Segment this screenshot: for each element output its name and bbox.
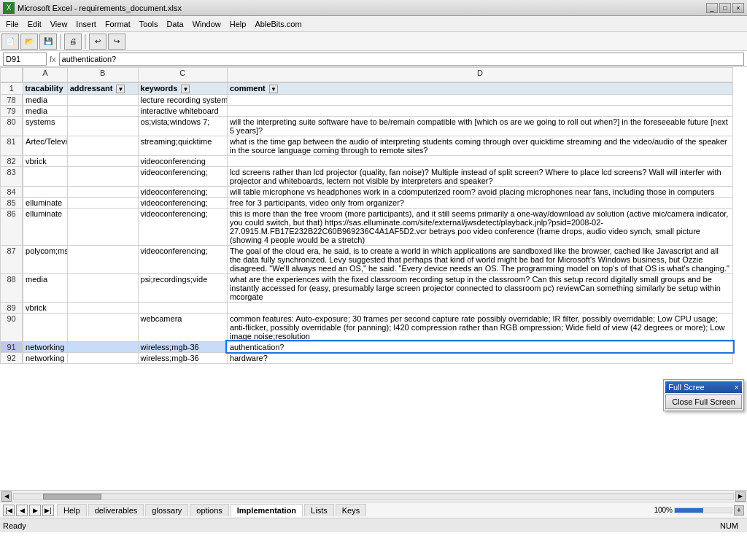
cell-88-d[interactable]: what are the experiences with the fixed … — [227, 273, 732, 302]
col-header-a[interactable]: A — [23, 68, 67, 82]
cell-83-b[interactable] — [67, 166, 138, 186]
cell-78-d[interactable] — [227, 94, 732, 105]
cell-84-a[interactable] — [23, 186, 67, 197]
sheet-nav-next[interactable]: ▶ — [29, 505, 41, 516]
cell-90-b[interactable] — [67, 313, 138, 341]
redo-button[interactable]: ↪ — [108, 34, 125, 50]
col-header-b[interactable]: B — [67, 68, 138, 82]
sheet-nav-prev[interactable]: ◀ — [16, 505, 28, 516]
sheet-nav-first[interactable]: |◀ — [3, 505, 15, 516]
save-button[interactable]: 💾 — [39, 34, 57, 50]
cell-91-a[interactable]: networking — [23, 341, 67, 352]
cell-81-c[interactable]: streaming;quicktime — [138, 136, 227, 155]
cell-80-c[interactable]: os;vista;windows 7; — [138, 116, 227, 136]
cell-84-b[interactable] — [67, 186, 138, 197]
cell-84-c[interactable]: videoconferencing; — [138, 186, 227, 197]
print-button[interactable]: 🖨 — [64, 34, 82, 50]
cell-89-d[interactable] — [227, 302, 732, 313]
cell-88-c[interactable]: psi;recordings;vide — [138, 273, 227, 302]
cell-79-a[interactable]: media — [23, 105, 67, 116]
cell-82-c[interactable]: videoconferencing — [138, 155, 227, 166]
sheet-tab-implementation[interactable]: Implementation — [231, 504, 303, 517]
cell-83-c[interactable]: videoconferencing; — [138, 166, 227, 186]
cell-87-b[interactable] — [67, 245, 138, 273]
minimize-button[interactable]: _ — [706, 3, 718, 13]
cell-86-b[interactable] — [67, 208, 138, 245]
cell-84-d[interactable]: will table microphone vs headphones work… — [227, 186, 732, 197]
cell-89-a[interactable]: vbrick — [23, 302, 67, 313]
menu-help[interactable]: Help — [225, 18, 251, 30]
cell-92-d[interactable]: hardware? — [227, 352, 732, 363]
cell-91-c[interactable]: wireless;mgb-36 — [138, 341, 227, 352]
cell-90-c[interactable]: webcamera — [138, 313, 227, 341]
sheet-nav-buttons[interactable]: |◀ ◀ ▶ ▶| — [0, 505, 57, 516]
cell-92-c[interactable]: wireless;mgb-36 — [138, 352, 227, 363]
cell-90-a[interactable] — [23, 313, 67, 341]
maximize-button[interactable]: □ — [719, 3, 731, 13]
scroll-left-button[interactable]: ◀ — [1, 491, 12, 502]
cell-87-c[interactable]: videoconferencing; — [138, 245, 227, 273]
menu-insert[interactable]: Insert — [71, 18, 101, 30]
scroll-thumb[interactable] — [43, 494, 101, 499]
menu-file[interactable]: File — [1, 18, 23, 30]
cell-81-b[interactable] — [67, 136, 138, 155]
filter-comment[interactable]: ▼ — [269, 85, 278, 93]
filter-keywords[interactable]: ▼ — [181, 85, 190, 93]
cell-86-c[interactable]: videoconferencing; — [138, 208, 227, 245]
sheet-tab-options[interactable]: options — [190, 504, 228, 516]
cell-85-a[interactable]: elluminate — [23, 197, 67, 208]
cell-89-b[interactable] — [67, 302, 138, 313]
cell-85-c[interactable]: videoconferencing; — [138, 197, 227, 208]
formula-input[interactable] — [59, 52, 744, 66]
zoom-in-button[interactable]: + — [734, 505, 744, 516]
cell-85-d[interactable]: free for 3 participants, video only from… — [227, 197, 732, 208]
cell-85-b[interactable] — [67, 197, 138, 208]
cell-87-a[interactable]: polycom;ms — [23, 245, 67, 273]
cell-80-d[interactable]: will the interpreting suite software hav… — [227, 116, 732, 136]
cell-78-c[interactable]: lecture recording system — [138, 94, 227, 105]
cell-92-b[interactable] — [67, 352, 138, 363]
sheet-tab-deliverables[interactable]: deliverables — [88, 504, 144, 516]
new-button[interactable]: 📄 — [1, 34, 19, 50]
cell-91-b[interactable] — [67, 341, 138, 352]
cell-88-b[interactable] — [67, 273, 138, 302]
sheet-tab-help[interactable]: Help — [57, 504, 87, 516]
cell-81-d[interactable]: what is the time gap between the audio o… — [227, 136, 732, 155]
cell-80-b[interactable] — [67, 116, 138, 136]
cell-80-a[interactable]: systems — [23, 116, 67, 136]
menu-view[interactable]: View — [46, 18, 72, 30]
scroll-right-button[interactable]: ▶ — [735, 491, 746, 502]
fullscreen-popup-close-x[interactable]: × — [735, 383, 739, 392]
cell-78-a[interactable]: media — [23, 94, 67, 105]
sheet-nav-last[interactable]: ▶| — [42, 505, 54, 516]
close-full-screen-button[interactable]: Close Full Screen — [665, 394, 742, 409]
name-box[interactable] — [3, 52, 47, 66]
cell-81-a[interactable]: Artec/Televic — [23, 136, 67, 155]
cell-82-d[interactable] — [227, 155, 732, 166]
cell-82-b[interactable] — [67, 155, 138, 166]
cell-78-b[interactable] — [67, 94, 138, 105]
cell-88-a[interactable]: media — [23, 273, 67, 302]
menu-tools[interactable]: Tools — [135, 18, 163, 30]
cell-79-c[interactable]: interactive whiteboard — [138, 105, 227, 116]
cell-91-d[interactable]: authentication? — [227, 341, 732, 352]
horizontal-scrollbar[interactable]: ◀ ▶ — [0, 490, 747, 502]
cell-86-d[interactable]: this is more than the free vroom (more p… — [227, 208, 732, 245]
menu-ablebits[interactable]: AbleBits.com — [250, 18, 306, 30]
sheet-tab-keys[interactable]: Keys — [336, 504, 366, 516]
filter-addressant[interactable]: ▼ — [116, 85, 125, 93]
sheet-tab-glossary[interactable]: glossary — [145, 504, 188, 516]
col-header-c[interactable]: C — [138, 68, 227, 82]
menu-window[interactable]: Window — [188, 18, 225, 30]
cell-89-c[interactable] — [138, 302, 227, 313]
close-button[interactable]: × — [732, 3, 744, 13]
cell-82-a[interactable]: vbrick — [23, 155, 67, 166]
cell-79-d[interactable] — [227, 105, 732, 116]
zoom-slider[interactable] — [674, 508, 732, 513]
menu-data[interactable]: Data — [162, 18, 187, 30]
cell-87-d[interactable]: The goal of the cloud era, he said, is t… — [227, 245, 732, 273]
window-controls[interactable]: _ □ × — [706, 3, 744, 13]
cell-90-d[interactable]: common features: Auto-exposure; 30 frame… — [227, 313, 732, 341]
open-button[interactable]: 📂 — [20, 34, 38, 50]
menu-format[interactable]: Format — [101, 18, 135, 30]
